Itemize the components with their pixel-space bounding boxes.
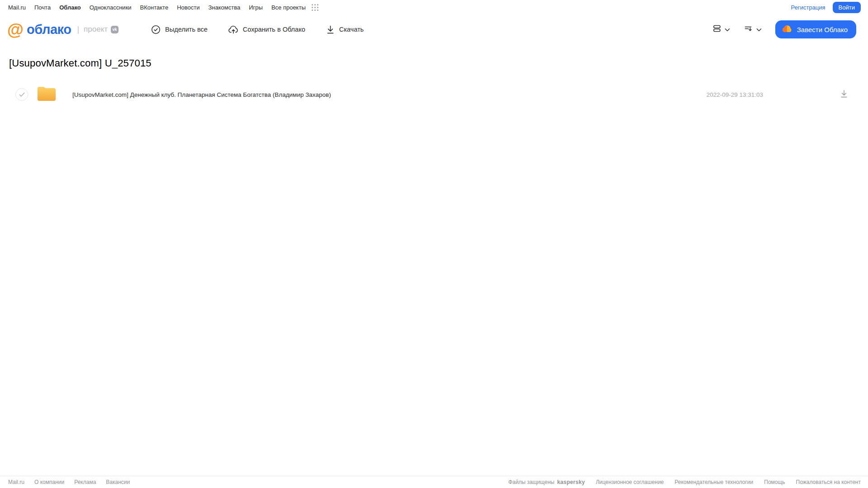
logo-divider: |	[77, 25, 79, 34]
view-mode-dropdown[interactable]	[712, 24, 730, 35]
logo-text: облако	[27, 22, 71, 37]
file-date: 2022-09-29 13:31:03	[707, 91, 763, 98]
vk-badge-icon: vk	[111, 26, 119, 33]
shared-folder-page: [UsupovMarket.com] U_257015 [UsupovMarke…	[0, 57, 868, 106]
view-rows-icon	[712, 24, 721, 35]
save-to-cloud-label: Сохранить в Облако	[243, 26, 305, 33]
footer-right-links: Файлы защищены kaspersky Лицензионное со…	[508, 479, 861, 485]
download-label: Скачать	[339, 26, 364, 33]
project-label: проект	[84, 25, 108, 34]
check-icon	[19, 92, 25, 97]
file-row[interactable]: [UsupovMarket.com] Денежный клуб. Планет…	[9, 83, 859, 106]
page-title: [UsupovMarket.com] U_257015	[9, 57, 859, 69]
download-icon	[840, 90, 848, 98]
header-right-controls: Завести Облако	[712, 20, 856, 38]
select-all-button[interactable]: Выделить все	[151, 25, 208, 34]
download-button[interactable]: Скачать	[326, 25, 364, 34]
footer-report-link[interactable]: Пожаловаться на контент	[796, 479, 861, 485]
row-checkbox[interactable]	[15, 88, 28, 101]
check-circle-icon	[151, 25, 161, 34]
select-all-label: Выделить все	[165, 26, 208, 33]
footer-help-link[interactable]: Помощь	[764, 479, 785, 485]
sort-dropdown[interactable]	[744, 24, 762, 35]
mailru-at-icon: @	[7, 21, 24, 38]
row-download-button[interactable]	[839, 89, 849, 100]
footer-recsys-link[interactable]: Рекомендательные технологии	[675, 479, 754, 485]
footer-about-link[interactable]: О компании	[34, 479, 64, 485]
footer-ads-link[interactable]: Реклама	[74, 479, 96, 485]
save-to-cloud-button[interactable]: Сохранить в Облако	[228, 25, 305, 34]
cloud-header: @ облако | проект vk Выделить все Сохран…	[0, 15, 868, 44]
auth-area: Регистрация Войти	[791, 2, 861, 13]
nav-mailru[interactable]: Mail.ru	[8, 4, 26, 11]
footer-jobs-link[interactable]: Вакансии	[106, 479, 130, 485]
download-icon	[326, 25, 335, 34]
kaspersky-logo[interactable]: kaspersky	[557, 479, 585, 485]
portal-topbar: Mail.ru Почта Облако Одноклассники ВКонт…	[0, 0, 868, 15]
nav-oblako[interactable]: Облако	[59, 4, 81, 11]
nav-igry[interactable]: Игры	[249, 4, 263, 11]
footer-license-link[interactable]: Лицензионное соглашение	[596, 479, 664, 485]
protected-label: Файлы защищены	[508, 479, 555, 485]
login-button[interactable]: Войти	[833, 2, 861, 13]
footer-mailru-link[interactable]: Mail.ru	[8, 479, 24, 485]
file-toolbar: Выделить все Сохранить в Облако Скачать	[151, 25, 364, 34]
chevron-down-icon	[756, 25, 762, 33]
footer-left-links: Mail.ru О компании Реклама Вакансии	[8, 479, 130, 485]
nav-novosti[interactable]: Новости	[177, 4, 199, 11]
create-cloud-button[interactable]: Завести Облако	[775, 20, 856, 38]
nav-pochta[interactable]: Почта	[34, 4, 51, 11]
folder-icon	[36, 85, 57, 104]
nav-vse-proekty[interactable]: Все проекты	[271, 4, 306, 11]
registration-link[interactable]: Регистрация	[791, 4, 825, 11]
portal-nav-links: Mail.ru Почта Облако Одноклассники ВКонт…	[8, 4, 319, 11]
sort-desc-icon	[744, 24, 753, 35]
file-name[interactable]: [UsupovMarket.com] Денежный клуб. Планет…	[72, 91, 331, 98]
cloud-upload-icon	[228, 25, 238, 34]
create-cloud-label: Завести Облако	[797, 26, 848, 33]
cloud-icon	[782, 25, 792, 34]
cloud-logo[interactable]: @ облако | проект vk	[7, 21, 119, 38]
chevron-down-icon	[725, 25, 730, 33]
kaspersky-protection: Файлы защищены kaspersky	[508, 479, 585, 485]
page-footer: Mail.ru О компании Реклама Вакансии Файл…	[0, 476, 868, 488]
nav-vkontakte[interactable]: ВКонтакте	[140, 4, 169, 11]
apps-grid-icon[interactable]	[312, 4, 319, 11]
nav-znakomstva[interactable]: Знакомства	[208, 4, 240, 11]
nav-odnoklassniki[interactable]: Одноклассники	[90, 4, 132, 11]
